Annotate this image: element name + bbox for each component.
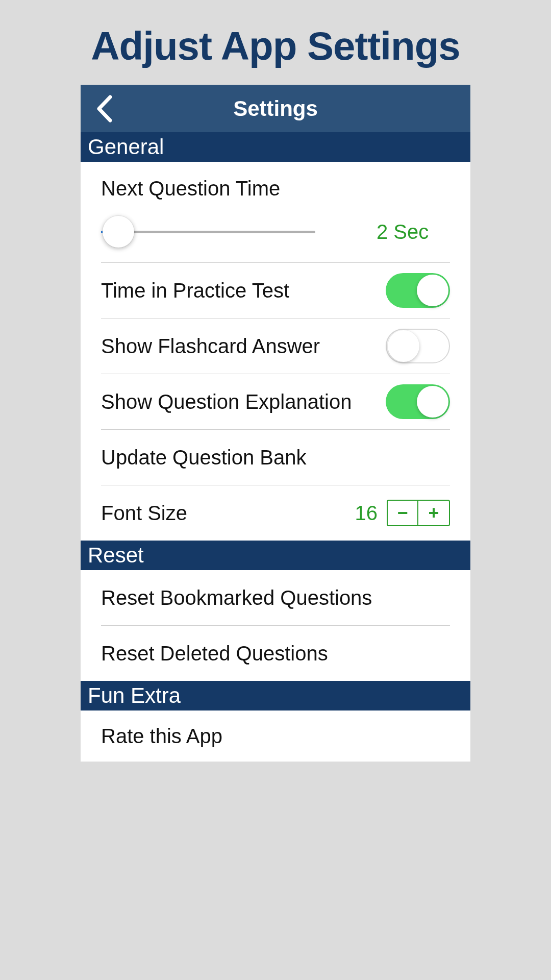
font-size-value: 16 bbox=[355, 502, 378, 525]
toggle-knob bbox=[388, 330, 419, 362]
app-frame: Settings General Next Question Time 2 Se… bbox=[81, 85, 470, 762]
slider-thumb[interactable] bbox=[103, 216, 134, 248]
time-in-practice-label: Time in Practice Test bbox=[101, 279, 386, 302]
update-question-bank-row[interactable]: Update Question Bank bbox=[81, 430, 470, 485]
font-size-decrease-button[interactable]: − bbox=[388, 501, 418, 525]
show-explanation-label: Show Question Explanation bbox=[101, 390, 386, 413]
toggle-knob bbox=[417, 386, 448, 418]
chevron-left-icon bbox=[95, 95, 113, 122]
section-header-general: General bbox=[81, 132, 470, 162]
show-explanation-toggle[interactable] bbox=[386, 384, 450, 419]
show-flashcard-row: Show Flashcard Answer bbox=[81, 318, 470, 374]
reset-deleted-row[interactable]: Reset Deleted Questions bbox=[81, 626, 470, 681]
reset-deleted-label: Reset Deleted Questions bbox=[101, 642, 450, 665]
font-size-stepper: − + bbox=[387, 500, 450, 526]
update-question-bank-label: Update Question Bank bbox=[101, 446, 450, 469]
time-in-practice-toggle[interactable] bbox=[386, 273, 450, 308]
rate-app-label: Rate this App bbox=[101, 725, 450, 748]
font-size-increase-button[interactable]: + bbox=[418, 501, 449, 525]
show-explanation-row: Show Question Explanation bbox=[81, 374, 470, 429]
show-flashcard-label: Show Flashcard Answer bbox=[101, 335, 386, 358]
next-question-time-value: 2 Sec bbox=[377, 220, 429, 243]
reset-bookmarked-row[interactable]: Reset Bookmarked Questions bbox=[81, 570, 470, 625]
section-header-funextra: Fun Extra bbox=[81, 681, 470, 710]
toggle-knob bbox=[417, 275, 448, 306]
nav-title: Settings bbox=[81, 96, 470, 121]
next-question-time-label: Next Question Time bbox=[101, 177, 450, 200]
page-title: Adjust App Settings bbox=[0, 0, 551, 85]
reset-bookmarked-label: Reset Bookmarked Questions bbox=[101, 586, 450, 609]
font-size-row: Font Size 16 − + bbox=[81, 485, 470, 541]
font-size-label: Font Size bbox=[101, 502, 355, 525]
back-button[interactable] bbox=[95, 95, 113, 122]
nav-bar: Settings bbox=[81, 85, 470, 132]
rate-app-row[interactable]: Rate this App bbox=[81, 710, 470, 762]
show-flashcard-toggle[interactable] bbox=[386, 329, 450, 363]
section-header-reset: Reset bbox=[81, 541, 470, 570]
time-in-practice-row: Time in Practice Test bbox=[81, 263, 470, 318]
slider-container: 2 Sec bbox=[101, 216, 450, 247]
next-question-time-row: Next Question Time 2 Sec bbox=[81, 162, 470, 262]
next-question-time-slider[interactable] bbox=[101, 216, 315, 247]
